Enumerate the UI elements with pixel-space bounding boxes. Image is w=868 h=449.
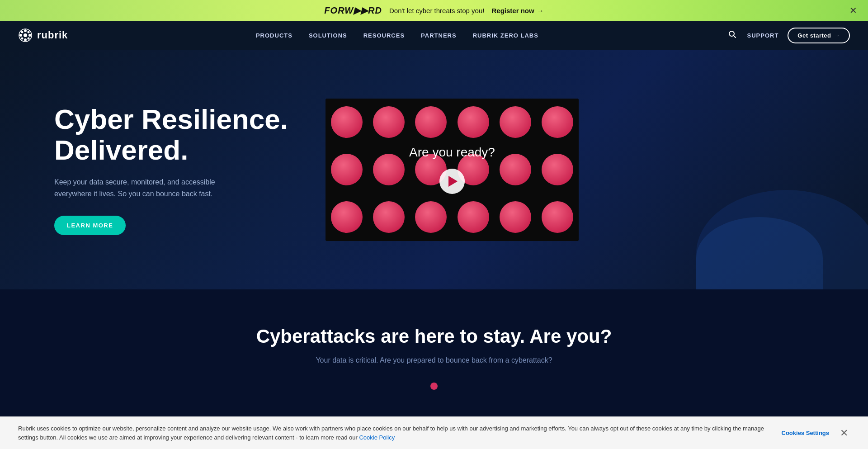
nav-item-products[interactable]: PRODUCTS: [256, 31, 292, 39]
hero-content: Cyber Resilience. Delivered. Keep your d…: [54, 104, 326, 236]
dot-circle: [542, 154, 573, 185]
nav-logo[interactable]: rubrik: [18, 28, 68, 43]
top-banner: FORW▶▶RD Don't let cyber threats stop yo…: [0, 0, 868, 21]
nav-logo-text: rubrik: [37, 29, 68, 41]
dot-cell: [452, 99, 494, 146]
video-thumbnail[interactable]: Are you ready?: [326, 99, 579, 241]
cyberattacks-section: Cyberattacks are here to stay. Are you? …: [0, 289, 868, 417]
video-play-button[interactable]: [439, 169, 465, 194]
dot-cell: [494, 99, 536, 146]
dot-cell: [368, 146, 410, 194]
search-button[interactable]: [726, 28, 738, 43]
dot-circle: [500, 106, 531, 138]
hero-section: Cyber Resilience. Delivered. Keep your d…: [0, 50, 868, 289]
cookie-banner: Rubrik uses cookies to optimize our webs…: [0, 416, 868, 417]
rubrik-logo-icon: [18, 28, 33, 43]
hero-bg-shape-2: [696, 190, 868, 289]
learn-more-button[interactable]: LEARN MORE: [54, 216, 126, 235]
nav-item-zero-labs[interactable]: RUBRIK ZERO LABS: [473, 31, 538, 39]
dot-cell: [537, 146, 579, 194]
hero-subtitle: Keep your data secure, monitored, and ac…: [54, 176, 244, 199]
dot-cell: [326, 194, 368, 241]
dot-circle: [373, 106, 405, 138]
svg-point-6: [21, 31, 24, 33]
search-icon: [728, 30, 736, 38]
dot-cell: [452, 194, 494, 241]
section2-title: Cyberattacks are here to stay. Are you?: [18, 326, 850, 347]
dot-circle: [542, 201, 573, 233]
dot-cell: [494, 146, 536, 194]
dot-cell: [326, 146, 368, 194]
get-started-button[interactable]: Get started →: [788, 28, 850, 43]
svg-point-3: [24, 38, 27, 41]
nav-item-solutions[interactable]: SOLUTIONS: [309, 31, 347, 39]
banner-logo: FORW▶▶RD: [324, 5, 382, 16]
section2-dot-decoration: [430, 383, 438, 390]
dot-cell: [326, 99, 368, 146]
video-overlay: Are you ready?: [409, 145, 495, 194]
dot-circle: [500, 201, 531, 233]
dot-cell: [410, 99, 452, 146]
nav-links: PRODUCTS SOLUTIONS RESOURCES PARTNERS RU…: [256, 31, 538, 39]
dot-circle: [331, 154, 363, 185]
svg-point-1: [24, 33, 27, 37]
dot-circle: [500, 154, 531, 185]
hero-title: Cyber Resilience. Delivered.: [54, 104, 326, 165]
nav-item-resources[interactable]: RESOURCES: [363, 31, 405, 39]
dot-circle: [373, 201, 405, 233]
dot-cell: [537, 99, 579, 146]
video-overlay-text: Are you ready?: [409, 145, 495, 160]
dot-circle: [373, 154, 405, 185]
navbar: rubrik PRODUCTS SOLUTIONS RESOURCES PART…: [0, 21, 868, 50]
dot-circle: [415, 201, 447, 233]
dot-circle: [331, 201, 363, 233]
hero-video: Are you ready?: [326, 99, 579, 241]
banner-content: FORW▶▶RD Don't let cyber threats stop yo…: [324, 5, 543, 16]
dot-cell: [368, 194, 410, 241]
dot-circle: [458, 201, 489, 233]
dot-cell: [494, 194, 536, 241]
dot-cell: [368, 99, 410, 146]
nav-item-partners[interactable]: PARTNERS: [421, 31, 457, 39]
banner-text: Don't let cyber threats stop you!: [389, 7, 484, 14]
dot-circle: [458, 106, 489, 138]
dot-cell: [537, 194, 579, 241]
svg-point-9: [28, 38, 30, 40]
dot-circle: [415, 106, 447, 138]
banner-close-button[interactable]: ✕: [849, 6, 857, 15]
banner-register-cta[interactable]: Register now →: [491, 7, 543, 14]
section2-subtitle: Your data is critical. Are you prepared …: [18, 356, 850, 364]
svg-line-11: [733, 35, 736, 38]
dot-circle: [331, 106, 363, 138]
nav-right: SUPPORT Get started →: [726, 28, 850, 43]
dot-cell: [410, 194, 452, 241]
svg-point-8: [21, 38, 24, 40]
svg-point-2: [24, 29, 27, 32]
svg-point-4: [19, 34, 22, 37]
svg-point-7: [28, 31, 30, 33]
dot-circle: [542, 106, 573, 138]
support-link[interactable]: SUPPORT: [747, 32, 779, 39]
svg-point-5: [28, 34, 31, 37]
